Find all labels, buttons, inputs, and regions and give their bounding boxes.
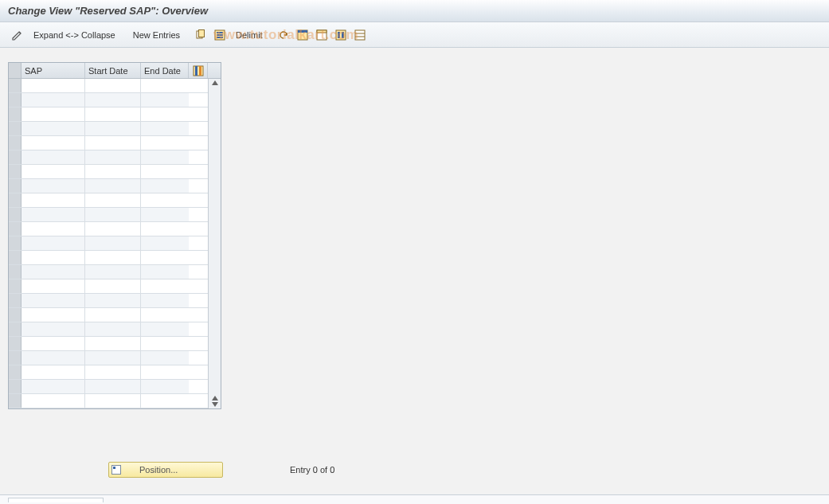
row-selector-header[interactable] <box>9 63 22 78</box>
cell-sap[interactable] <box>22 236 85 250</box>
cell-start-date[interactable] <box>85 394 141 408</box>
cell-end-date[interactable] <box>141 279 189 293</box>
undo-icon[interactable] <box>276 27 291 43</box>
cell-end-date[interactable] <box>141 337 189 350</box>
copy-icon[interactable] <box>193 27 209 43</box>
row-selector[interactable] <box>9 294 22 307</box>
row-selector[interactable] <box>9 351 22 365</box>
row-selector[interactable] <box>9 322 22 336</box>
row-selector[interactable] <box>9 193 22 207</box>
table-row[interactable] <box>9 279 208 294</box>
cell-sap[interactable] <box>22 380 85 393</box>
cell-sap[interactable] <box>22 122 85 135</box>
table-row[interactable] <box>9 122 208 136</box>
position-button[interactable]: Position... <box>108 462 223 478</box>
cell-start-date[interactable] <box>85 251 141 264</box>
table-row[interactable] <box>9 193 208 208</box>
table-row[interactable] <box>9 265 208 279</box>
table-row[interactable] <box>9 365 208 380</box>
cell-end-date[interactable] <box>141 222 189 236</box>
row-selector[interactable] <box>9 394 22 408</box>
cell-sap[interactable] <box>22 193 85 207</box>
table-row[interactable] <box>9 380 208 394</box>
column-header-sap[interactable]: SAP <box>22 63 85 78</box>
cell-sap[interactable] <box>22 265 85 279</box>
table-row[interactable] <box>9 322 208 337</box>
cell-start-date[interactable] <box>85 136 141 150</box>
table-row[interactable] <box>9 251 208 265</box>
cell-start-date[interactable] <box>85 279 141 293</box>
cell-sap[interactable] <box>22 279 85 293</box>
row-selector[interactable] <box>9 222 22 236</box>
cell-sap[interactable] <box>22 136 85 150</box>
cell-start-date[interactable] <box>85 265 141 279</box>
delimit-button[interactable]: Delimit <box>231 29 268 41</box>
row-selector[interactable] <box>9 380 22 393</box>
row-selector[interactable] <box>9 79 22 92</box>
cell-end-date[interactable] <box>141 107 189 121</box>
cell-sap[interactable] <box>22 251 85 264</box>
cell-end-date[interactable] <box>141 322 189 336</box>
row-selector[interactable] <box>9 107 22 121</box>
pencil-toggle-icon[interactable] <box>10 27 25 43</box>
cell-end-date[interactable] <box>141 251 189 264</box>
table-row[interactable] <box>9 394 208 408</box>
cell-start-date[interactable] <box>85 193 141 207</box>
column-header-start-date[interactable]: Start Date <box>85 63 141 78</box>
cell-start-date[interactable] <box>85 294 141 307</box>
table-row[interactable] <box>9 179 208 193</box>
cell-sap[interactable] <box>22 351 85 365</box>
cell-sap[interactable] <box>22 79 85 92</box>
table-row[interactable] <box>9 337 208 351</box>
cell-end-date[interactable] <box>141 380 189 393</box>
table-row[interactable] <box>9 165 208 179</box>
cell-end-date[interactable] <box>141 394 189 408</box>
cell-sap[interactable] <box>22 394 85 408</box>
new-entries-button[interactable]: New Entries <box>128 29 185 41</box>
deselect-all-icon[interactable] <box>314 27 330 43</box>
vertical-scrollbar[interactable] <box>208 79 221 408</box>
cell-sap[interactable] <box>22 208 85 221</box>
table-row[interactable] <box>9 294 208 308</box>
table-row[interactable] <box>9 308 208 322</box>
cell-start-date[interactable] <box>85 208 141 221</box>
table-settings-icon[interactable] <box>333 27 349 43</box>
cell-end-date[interactable] <box>141 365 189 379</box>
scroll-up-icon[interactable] <box>212 80 218 85</box>
cell-end-date[interactable] <box>141 351 189 365</box>
cell-end-date[interactable] <box>141 122 189 135</box>
row-selector[interactable] <box>9 93 22 107</box>
cell-sap[interactable] <box>22 222 85 236</box>
row-selector[interactable] <box>9 208 22 221</box>
table-row[interactable] <box>9 136 208 150</box>
table-view-icon[interactable] <box>352 27 368 43</box>
cell-start-date[interactable] <box>85 222 141 236</box>
row-selector[interactable] <box>9 308 22 322</box>
cell-end-date[interactable] <box>141 136 189 150</box>
cell-start-date[interactable] <box>85 380 141 393</box>
table-row[interactable] <box>9 351 208 365</box>
expand-collapse-button[interactable]: Expand <-> Collapse <box>29 29 120 41</box>
table-row[interactable] <box>9 236 208 251</box>
select-block-icon[interactable] <box>212 27 228 43</box>
cell-start-date[interactable] <box>85 79 141 92</box>
cell-sap[interactable] <box>22 308 85 322</box>
cell-end-date[interactable] <box>141 236 189 250</box>
cell-sap[interactable] <box>22 322 85 336</box>
table-row[interactable] <box>9 93 208 107</box>
table-row[interactable] <box>9 79 208 93</box>
cell-start-date[interactable] <box>85 179 141 193</box>
cell-start-date[interactable] <box>85 236 141 250</box>
row-selector[interactable] <box>9 179 22 193</box>
cell-end-date[interactable] <box>141 193 189 207</box>
table-row[interactable] <box>9 107 208 122</box>
cell-end-date[interactable] <box>141 165 189 178</box>
row-selector[interactable] <box>9 150 22 164</box>
row-selector[interactable] <box>9 165 22 178</box>
row-selector[interactable] <box>9 279 22 293</box>
cell-start-date[interactable] <box>85 93 141 107</box>
table-row[interactable] <box>9 208 208 222</box>
cell-end-date[interactable] <box>141 150 189 164</box>
row-selector[interactable] <box>9 251 22 264</box>
cell-end-date[interactable] <box>141 93 189 107</box>
